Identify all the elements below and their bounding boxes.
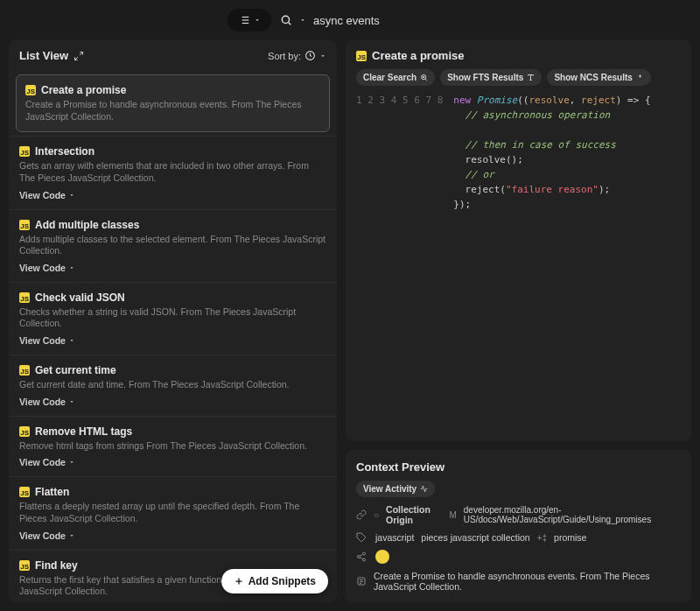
tag-icon [356,532,368,543]
svg-line-23 [360,558,362,559]
tag-javascript[interactable]: javascript [375,532,414,543]
view-code-button[interactable]: View Code [19,457,326,467]
svg-point-6 [282,16,289,23]
tag-collection[interactable]: pieces javascript collection [421,532,529,543]
list-item[interactable]: JSFlattenFlattens a deeply nested array … [9,476,337,549]
close-search-icon [420,74,428,81]
add-snippets-label: Add Snippets [248,575,316,587]
javascript-icon: JS [356,51,367,61]
javascript-icon: JS [25,85,36,95]
list-item[interactable]: JSRemove HTML tagsRemove html tags from … [9,416,337,477]
svg-line-8 [80,52,83,55]
plus-icon [234,576,244,586]
list-item-title: Check valid JSON [35,291,125,304]
code-panel: JS Create a promise Clear Search Show FT… [346,40,691,441]
chevron-down-icon [68,459,75,466]
list-item[interactable]: JSIntersectionGets an array with element… [9,136,337,208]
code-panel-title: Create a promise [372,49,465,62]
svg-line-7 [289,23,291,25]
chevron-down-icon[interactable] [299,17,306,24]
list-view-panel: List View Sort by: JSCreate a promiseCre… [9,40,337,602]
list-item[interactable]: JSGet current timeGet current date and t… [9,355,337,416]
show-fts-button[interactable]: Show FTS Results [440,69,542,86]
javascript-icon: JS [19,146,30,157]
mozilla-icon: M [449,510,456,520]
svg-point-22 [363,558,366,561]
line-numbers: 1 2 3 4 5 6 7 8 [356,93,453,212]
text-icon [527,74,535,81]
view-mode-dropdown[interactable] [228,9,271,32]
view-activity-button[interactable]: View Activity [356,481,435,497]
list-item-desc: Remove html tags from strings From The P… [19,440,326,453]
list-item[interactable]: JSCreate a promiseCreate a Promise to ha… [16,74,330,132]
context-panel: Context Preview View Activity ○ Collecti… [346,450,691,602]
list-item[interactable]: JSAdd multiple classesAdds multiple clas… [9,209,337,282]
sort-label: Sort by: [268,51,301,61]
list-item-title: Find key [35,559,78,572]
list-item-desc: Get current date and time. From The Piec… [19,379,326,391]
chevron-down-icon [319,53,326,60]
show-ncs-button[interactable]: Show NCS Results [547,69,650,86]
link-icon [356,509,367,520]
clear-search-button[interactable]: Clear Search [356,69,435,86]
list-item-title: Create a promise [41,84,126,96]
code-block: new Promise((resolve, reject) => { // as… [453,93,650,212]
svg-point-20 [363,552,366,555]
context-description: Create a Promise to handle asynchronous … [374,571,681,592]
view-code-button[interactable]: View Code [19,530,326,541]
chevron-down-icon [68,264,75,271]
list-item-title: Intersection [35,145,94,158]
chevron-down-icon [68,398,75,405]
list-item-title: Remove HTML tags [35,425,132,438]
expand-icon[interactable] [74,51,84,61]
list-icon [238,14,250,26]
chevron-down-icon [254,17,261,24]
javascript-icon: JS [19,426,30,437]
tag-promise[interactable]: promise [554,532,586,543]
javascript-icon: JS [19,487,30,497]
view-code-button[interactable]: View Code [19,335,326,346]
svg-line-9 [75,57,79,60]
list-item-title: Flatten [35,486,69,498]
origin-url[interactable]: developer.mozilla.org/en-US/docs/Web/Jav… [464,505,681,524]
svg-line-24 [360,554,362,556]
activity-icon [420,485,428,493]
sparkle-icon [636,74,644,81]
javascript-icon: JS [19,560,30,571]
view-code-button[interactable]: View Code [19,263,326,273]
description-icon [356,576,367,586]
collection-origin-label: Collection Origin [386,504,442,525]
chevron-down-icon [68,532,75,539]
javascript-round-icon [375,550,389,564]
share-icon[interactable] [356,551,368,562]
list-item-title: Add multiple classes [35,219,139,231]
list-item-title: Get current time [35,364,116,376]
list-item-desc: Gets an array with elements that are inc… [19,160,326,184]
view-code-button[interactable]: View Code [19,190,326,200]
list-item-desc: Flattens a deeply nested array up until … [19,501,326,524]
list-item-desc: Checks whether a string is valid JSON. F… [19,306,326,330]
context-title: Context Preview [356,460,681,474]
sort-dropdown[interactable]: Sort by: [268,50,326,61]
list-item[interactable]: JSCheck valid JSONChecks whether a strin… [9,282,337,355]
svg-line-14 [425,79,427,81]
list-item-desc: Adds multiple classes to the selected el… [19,234,326,257]
search-icon[interactable] [280,14,292,26]
clock-icon [304,50,316,61]
javascript-icon: JS [19,220,30,230]
list-view-title: List View [19,49,68,62]
chevron-down-icon [68,192,75,199]
plus-small-icon: +‡ [537,533,547,543]
view-code-button[interactable]: View Code [19,397,326,407]
search-input[interactable] [313,14,488,27]
svg-point-21 [358,556,360,558]
javascript-icon: JS [19,292,30,303]
list-item-desc: Create a Promise to handle asynchronous … [25,99,320,123]
add-snippets-button[interactable]: Add Snippets [221,569,328,593]
javascript-icon: JS [19,365,30,376]
chevron-down-icon [68,337,75,344]
